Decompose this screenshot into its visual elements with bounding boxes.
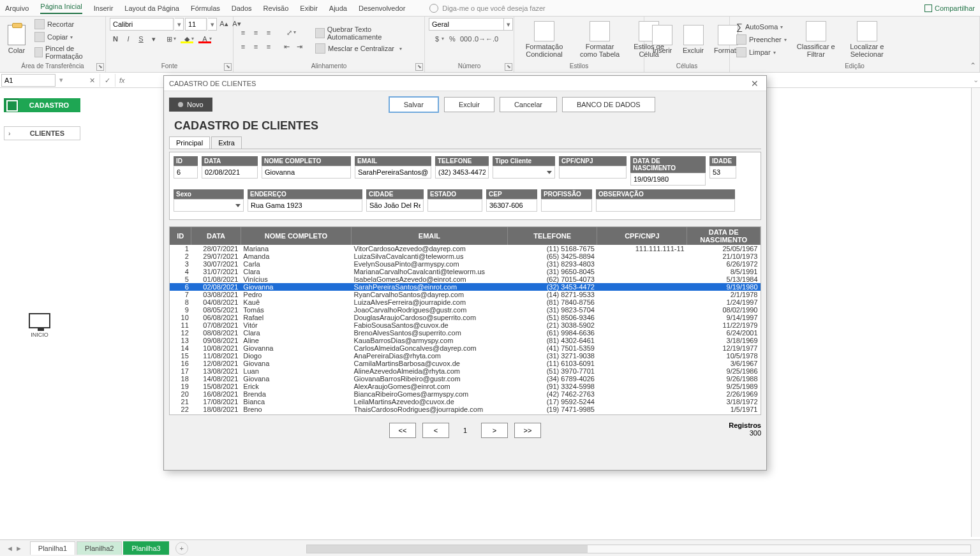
menu-página-inicial[interactable]: Página Inicial (40, 3, 82, 14)
table-row[interactable]: 501/08/2021ViníciusIsabelaGomesAzevedo@e… (170, 275, 761, 283)
dialog-titlebar[interactable]: CADASTRO DE CLIENTES ✕ (164, 76, 766, 91)
table-row[interactable]: 1309/08/2021AlineKauaBarrosDias@armyspy.… (170, 337, 761, 344)
excluir-button[interactable]: Excluir (444, 97, 494, 112)
increase-decimal-button[interactable]: .0→ (472, 33, 484, 45)
borders-button[interactable]: ⊞ (161, 33, 177, 45)
add-sheet-button[interactable]: + (175, 542, 188, 555)
enter-formula-button[interactable]: ✓ (100, 74, 115, 87)
menu-arquivo[interactable]: Arquivo (5, 4, 29, 12)
table-row[interactable]: 229/07/2021AmandaLuizaSilvaCavalcanti@te… (170, 252, 761, 260)
sheet-tab[interactable]: Planilha2 (77, 541, 122, 555)
menu-revisão[interactable]: Revisão (264, 4, 289, 12)
column-header[interactable]: CPF/CNPJ (597, 227, 687, 245)
align-middle-button[interactable]: ≡ (250, 27, 262, 38)
bold-button[interactable]: N (110, 33, 121, 45)
accounting-format-button[interactable]: $ (429, 33, 445, 45)
field-input[interactable] (486, 199, 537, 212)
last-page-button[interactable]: >> (514, 423, 541, 438)
banco-dados-button[interactable]: BANCO DE DADOS (562, 97, 655, 112)
table-row[interactable]: 1208/08/2021ClaraBrenoAlvesSantos@superr… (170, 329, 761, 337)
field-input[interactable] (366, 199, 424, 212)
field-input[interactable] (435, 166, 489, 179)
table-row[interactable]: 330/07/2021CarlaEvelynSousaPinto@armyspy… (170, 260, 761, 268)
sort-filter-button[interactable]: Classificar e Filtrar (792, 20, 840, 59)
format-painter-button[interactable]: Pincel de Formatação (32, 44, 101, 61)
number-format-select[interactable]: Geral (429, 18, 504, 31)
field-input[interactable] (174, 166, 198, 179)
conditional-formatting-button[interactable]: Formatação Condicional (518, 20, 570, 59)
field-input[interactable] (559, 166, 627, 179)
copy-button[interactable]: Copiar▾ (32, 31, 101, 43)
table-row[interactable]: 1612/08/2021GiovanaCamilaMartinsBarbosa@… (170, 360, 761, 367)
column-header[interactable]: DATA (191, 227, 241, 245)
prev-page-button[interactable]: < (422, 423, 449, 438)
tab-extra[interactable]: Extra (211, 136, 242, 149)
tell-me-search[interactable]: Diga-me o que você deseja fazer (429, 4, 545, 13)
menu-exibir[interactable]: Exibir (300, 4, 318, 12)
increase-font-button[interactable]: A▴ (218, 18, 230, 29)
italic-button[interactable]: I (122, 33, 134, 45)
cut-button[interactable]: Recortar (32, 18, 101, 30)
nav-clientes-button[interactable]: ›CLIENTES (4, 126, 80, 140)
table-row[interactable]: 1410/08/2021GiovannaCarlosAlmeidaGoncalv… (170, 344, 761, 352)
share-button[interactable]: Compartilhar (924, 4, 975, 12)
clear-button[interactable]: Limpar▾ (734, 47, 789, 58)
table-row[interactable]: 1107/08/2021VitórFabioSousaSantos@cuvox.… (170, 321, 761, 329)
table-row[interactable]: 1713/08/2021LuanAlineAzevedoAlmeida@rhyt… (170, 367, 761, 375)
table-row[interactable]: 804/08/2021KauêLuizaAlvesFerreira@jourra… (170, 298, 761, 306)
table-row[interactable]: 703/08/2021PedroRyanCarvalhoSantos@dayre… (170, 291, 761, 298)
table-row[interactable]: 2319/08/2021EduardoRenanDiasSantos@fleck… (170, 413, 761, 415)
table-row[interactable]: 1814/08/2021GiovanaGiovanaBarrosRibeiro@… (170, 375, 761, 383)
field-input[interactable] (248, 199, 362, 212)
table-row[interactable]: 2218/08/2021BrenoThaisCardosoRodrigues@j… (170, 406, 761, 413)
clipboard-dialog-launcher[interactable]: ⬊ (96, 63, 104, 71)
increase-indent-button[interactable]: ⇥ (293, 41, 305, 52)
menu-inserir[interactable]: Inserir (94, 4, 114, 12)
expand-formula-bar[interactable]: ⌄ (971, 76, 980, 84)
vertical-scrollbar[interactable] (971, 88, 980, 537)
menu-dados[interactable]: Dados (232, 4, 252, 12)
field-input[interactable] (596, 199, 735, 212)
nav-cadastro-button[interactable]: CADASTRO (4, 98, 80, 112)
sheet-nav[interactable]: ◄ ► (6, 545, 22, 552)
nav-inicio-button[interactable] (27, 311, 52, 330)
delete-cells-button[interactable]: Excluir (679, 24, 708, 55)
table-row[interactable]: 1006/08/2021RafaelDouglasAraujoCardoso@s… (170, 314, 761, 321)
fill-color-button[interactable]: ◆ (179, 33, 195, 45)
orientation-button[interactable]: ⤢ (281, 27, 297, 38)
column-header[interactable]: ID (170, 227, 191, 245)
comma-button[interactable]: 000 (459, 33, 471, 45)
underline-button[interactable]: S (135, 33, 147, 45)
field-input[interactable] (541, 199, 592, 212)
find-select-button[interactable]: Localizar e Selecionar (843, 20, 891, 59)
horizontal-scrollbar[interactable] (306, 545, 971, 553)
data-grid[interactable]: IDDATANOME COMPLETOEMAILTELEFONECPF/CNPJ… (169, 226, 761, 415)
sheet-tab[interactable]: Planilha3 (123, 541, 168, 555)
table-row[interactable]: 908/05/2021TomásJoaoCarvalhoRodrigues@gu… (170, 306, 761, 314)
column-header[interactable]: DATA DE NASCIMENTO (687, 227, 761, 245)
table-row[interactable]: 2016/08/2021BrendaBiancaRibeiroGomes@arm… (170, 390, 761, 398)
column-header[interactable]: EMAIL (352, 227, 508, 245)
align-center-button[interactable]: ≡ (250, 41, 262, 52)
salvar-button[interactable]: Salvar (389, 96, 439, 113)
font-name-select[interactable]: Calibri (110, 18, 174, 31)
field-input[interactable] (262, 166, 351, 179)
name-box[interactable]: A1 (1, 74, 56, 87)
field-input[interactable] (493, 166, 555, 179)
menu-desenvolvedor[interactable]: Desenvolvedor (359, 4, 405, 12)
field-input[interactable] (355, 166, 431, 179)
collapse-ribbon-button[interactable]: ⌃ (970, 61, 976, 70)
next-page-button[interactable]: > (481, 423, 508, 438)
chevron-down-icon[interactable]: ▾ (148, 33, 160, 45)
close-icon[interactable]: ✕ (748, 78, 761, 89)
font-size-select[interactable]: 11 (185, 18, 207, 31)
decrease-decimal-button[interactable]: ←.0 (485, 33, 496, 45)
sheet-tab[interactable]: Planilha1 (30, 541, 75, 555)
chevron-down-icon[interactable]: ▾ (175, 18, 184, 31)
font-color-button[interactable]: A (197, 33, 213, 45)
align-top-button[interactable]: ≡ (237, 27, 249, 38)
table-row[interactable]: 431/07/2021ClaraMarianaCarvalhoCavalcant… (170, 268, 761, 275)
menu-ajuda[interactable]: Ajuda (329, 4, 347, 12)
cancel-formula-button[interactable]: ✕ (85, 74, 100, 87)
novo-button[interactable]: Novo (169, 98, 212, 112)
